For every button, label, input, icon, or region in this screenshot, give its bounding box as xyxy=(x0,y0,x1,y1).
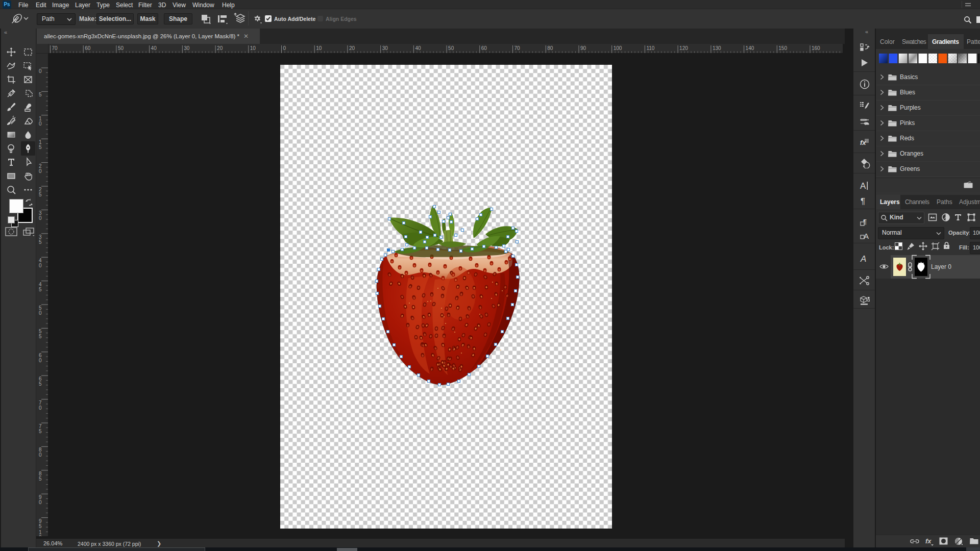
svg-text:¶: ¶ xyxy=(861,196,865,206)
svg-text:50: 50 xyxy=(118,45,124,51)
svg-text:30: 30 xyxy=(184,45,190,51)
svg-text:A: A xyxy=(864,232,869,240)
svg-text:160: 160 xyxy=(812,45,820,51)
svg-text:0: 0 xyxy=(39,358,42,363)
svg-text:90: 90 xyxy=(580,45,586,51)
svg-text:5: 5 xyxy=(39,144,42,150)
svg-text:0: 0 xyxy=(39,168,42,174)
svg-text:fx: fx xyxy=(925,537,932,545)
svg-text:¶: ¶ xyxy=(863,218,867,226)
svg-text:5: 5 xyxy=(39,287,42,292)
svg-text:0: 0 xyxy=(39,68,42,74)
svg-text:0: 0 xyxy=(39,535,42,536)
svg-text:0: 0 xyxy=(39,310,42,316)
svg-text:40: 40 xyxy=(415,45,421,51)
svg-text:5: 5 xyxy=(39,192,42,197)
svg-text:70: 70 xyxy=(514,45,521,51)
svg-text:0: 0 xyxy=(39,215,42,221)
svg-text:60: 60 xyxy=(481,45,487,51)
svg-text:100: 100 xyxy=(614,45,622,51)
svg-text:5: 5 xyxy=(39,381,42,387)
svg-text:40: 40 xyxy=(151,45,157,51)
svg-text:0: 0 xyxy=(39,405,42,411)
svg-text:150: 150 xyxy=(778,45,787,51)
svg-text:A: A xyxy=(860,181,866,191)
svg-text:5: 5 xyxy=(39,239,42,245)
svg-text:0: 0 xyxy=(39,499,42,505)
svg-text:140: 140 xyxy=(746,45,754,51)
svg-text:10: 10 xyxy=(250,45,256,51)
svg-text:5: 5 xyxy=(39,476,42,482)
svg-text:A: A xyxy=(860,254,866,264)
svg-text:110: 110 xyxy=(646,45,654,51)
svg-text:0: 0 xyxy=(39,121,42,127)
svg-text:5: 5 xyxy=(39,92,42,97)
svg-text:5: 5 xyxy=(39,429,42,434)
svg-text:20: 20 xyxy=(349,45,355,51)
svg-text:20: 20 xyxy=(217,45,223,51)
svg-text:5: 5 xyxy=(39,334,42,339)
svg-text:10: 10 xyxy=(316,45,322,51)
svg-text:30: 30 xyxy=(382,45,388,51)
svg-text:0: 0 xyxy=(39,263,42,268)
svg-text:50: 50 xyxy=(448,45,454,51)
svg-text:5: 5 xyxy=(39,523,42,529)
svg-text:70: 70 xyxy=(52,45,58,51)
svg-text:80: 80 xyxy=(547,45,553,51)
svg-text:0: 0 xyxy=(39,452,42,458)
svg-text:0: 0 xyxy=(283,45,286,51)
svg-text:130: 130 xyxy=(713,45,721,51)
svg-text:fx: fx xyxy=(860,139,866,146)
svg-text:120: 120 xyxy=(679,45,688,51)
svg-text:60: 60 xyxy=(85,45,91,51)
